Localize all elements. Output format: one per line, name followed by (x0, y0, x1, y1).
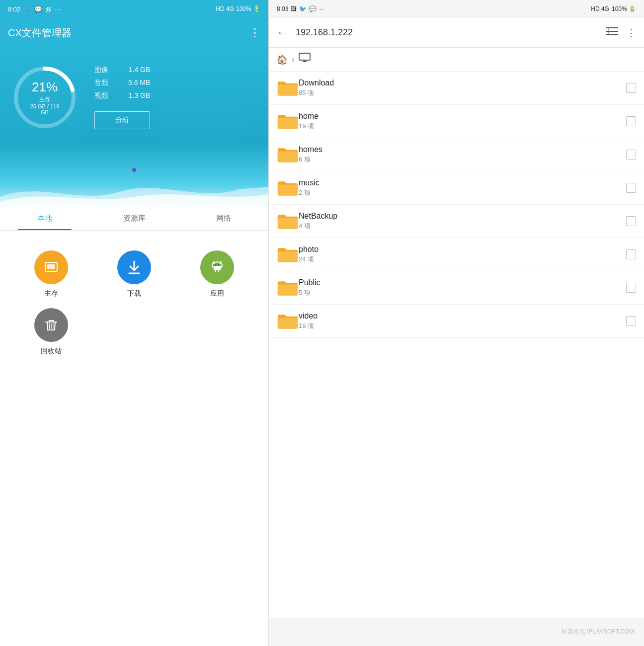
svg-line-16 (53, 323, 54, 328)
video-value: 1.3 GB (129, 91, 151, 100)
network-info-r: HD 4G (591, 5, 609, 12)
photo-count: 24 项 (299, 255, 626, 264)
music-info: music 2 项 (299, 178, 626, 197)
download-name: Download (299, 79, 626, 87)
homes-info: homes 6 项 (299, 145, 626, 164)
video-info: video 16 项 (299, 312, 626, 330)
download-icon (117, 250, 151, 284)
list-view-button[interactable] (606, 26, 618, 39)
status-left-icons: 8:02 🐦 💬 @ ··· (8, 5, 60, 13)
home-count: 19 项 (299, 122, 626, 131)
svg-rect-8 (214, 266, 221, 270)
folder-home[interactable]: home 19 项 (269, 105, 644, 138)
nav-right: ⋮ (606, 26, 636, 39)
svg-point-11 (215, 264, 216, 266)
storage-circle: 21% 主存 25 GB / 119 GB (10, 63, 80, 132)
server-address: 192.168.1.222 (296, 27, 353, 38)
more-dots: ··· (55, 5, 61, 13)
twitter-icon: 🐦 (23, 5, 31, 13)
storage-info: 21% 主存 25 GB / 119 GB (27, 80, 62, 115)
svg-line-15 (49, 323, 50, 328)
action-download[interactable]: 下载 (93, 245, 176, 303)
at-icon: @ (45, 5, 52, 13)
carousel-dot (132, 168, 136, 172)
twitter-icon-r: 🐦 (299, 5, 307, 12)
svg-rect-21 (299, 53, 310, 60)
breadcrumb: 🏠 › (269, 48, 644, 72)
video-checkbox[interactable] (626, 316, 636, 326)
folder-netbackup[interactable]: NetBackup 4 项 (269, 205, 644, 238)
tab-library[interactable]: 资源库 (89, 207, 179, 230)
music-checkbox[interactable] (626, 183, 636, 193)
recycle-action-label: 回收站 (41, 347, 62, 356)
storage-size: 25 GB / 119 GB (27, 103, 62, 115)
action-apps[interactable]: 应用 (175, 245, 258, 303)
folder-photo[interactable]: photo 24 项 (269, 238, 644, 271)
status-bar-left: 8:02 🐦 💬 @ ··· HD 4G 100% 🔋 (0, 0, 268, 18)
folder-download[interactable]: Download 85 项 (269, 72, 644, 105)
homes-checkbox[interactable] (626, 150, 636, 160)
analyze-button[interactable]: 分析 (94, 111, 150, 129)
app-title: CX文件管理器 (8, 26, 72, 40)
dots-r: ··· (319, 5, 324, 12)
action-recycle[interactable]: 回收站 (10, 303, 93, 361)
music-name: music (299, 178, 626, 187)
tab-network[interactable]: 网络 (179, 207, 268, 230)
home-name: home (299, 112, 626, 121)
action-storage[interactable]: 主存 (10, 245, 93, 303)
public-name: Public (299, 278, 626, 287)
more-menu-button[interactable]: ⋮ (249, 26, 260, 39)
stat-audio: 音频 5.6 MB (94, 79, 150, 87)
public-info: Public 5 项 (299, 278, 626, 297)
apps-icon (200, 250, 234, 284)
photo-checkbox[interactable] (626, 249, 636, 259)
home-checkbox[interactable] (626, 116, 636, 126)
stat-video: 视频 1.3 GB (94, 91, 150, 100)
home-icon[interactable]: 🏠 (277, 54, 288, 65)
status-bar-right: 8:03 🖼 🐦 💬 ··· HD 4G 100% 🔋 (269, 0, 644, 18)
folder-video[interactable]: video 16 项 (269, 305, 644, 338)
app-header-left: CX文件管理器 ⋮ (0, 18, 268, 48)
public-count: 5 项 (299, 288, 626, 297)
back-button[interactable]: ← (277, 26, 288, 39)
status-right-info: HD 4G 100% 🔋 (216, 5, 260, 12)
network-info: HD 4G (216, 5, 234, 12)
battery-info-r: 100% 🔋 (612, 5, 636, 12)
music-count: 2 项 (299, 188, 626, 197)
status-right-right: HD 4G 100% 🔋 (591, 5, 636, 12)
video-name: video (299, 312, 626, 321)
audio-value: 5.6 MB (128, 79, 150, 87)
folder-music[interactable]: music 2 项 (269, 171, 644, 205)
download-checkbox[interactable] (626, 83, 636, 93)
storage-percent: 21% (27, 80, 62, 95)
time-left: 8:02 (8, 5, 20, 13)
svg-rect-10 (218, 270, 219, 272)
computer-icon[interactable] (299, 53, 311, 66)
status-left-right: 8:03 🖼 🐦 💬 ··· (277, 5, 324, 12)
video-count: 16 项 (299, 322, 626, 330)
netbackup-info: NetBackup 4 项 (299, 212, 626, 231)
recycle-icon (34, 308, 68, 342)
storage-section: 21% 主存 25 GB / 119 GB 图像 1.4 GB 音频 5.6 M… (0, 48, 268, 207)
folder-homes[interactable]: homes 6 项 (269, 138, 644, 171)
storage-display: 21% 主存 25 GB / 119 GB 图像 1.4 GB 音频 5.6 M… (10, 58, 258, 132)
tabs-row: 本地 资源库 网络 (0, 207, 268, 231)
storage-action-label: 主存 (44, 289, 58, 298)
public-checkbox[interactable] (626, 283, 636, 293)
svg-rect-9 (215, 270, 216, 272)
tab-local[interactable]: 本地 (0, 207, 89, 230)
chat-icon-r: 💬 (309, 5, 317, 12)
apps-action-label: 应用 (210, 289, 224, 298)
time-right: 8:03 (277, 5, 288, 12)
storage-stats: 图像 1.4 GB 音频 5.6 MB 视频 1.3 GB 分析 (94, 66, 150, 129)
breadcrumb-separator: › (292, 54, 295, 65)
netbackup-checkbox[interactable] (626, 216, 636, 226)
battery-info: 100% 🔋 (236, 5, 260, 12)
storage-label: 主存 (27, 96, 62, 103)
download-info: Download 85 项 (299, 79, 626, 97)
audio-label: 音频 (94, 79, 108, 87)
more-menu-right[interactable]: ⋮ (626, 27, 636, 39)
wave-decoration (0, 177, 268, 207)
download-count: 85 项 (299, 88, 626, 97)
folder-public[interactable]: Public 5 项 (269, 271, 644, 305)
